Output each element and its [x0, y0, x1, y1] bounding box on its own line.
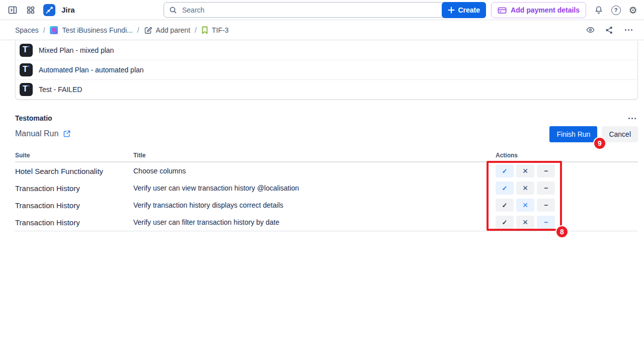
breadcrumb-separator: / [195, 26, 197, 34]
bookmark-icon [201, 26, 208, 34]
breadcrumb: Spaces / Test iBusiness Fundi... / Add p… [0, 20, 644, 40]
breadcrumb-add-parent[interactable]: Add parent [144, 26, 191, 34]
suite-cell: Transaction History [15, 184, 133, 193]
action-skip-button[interactable]: − [537, 182, 555, 195]
more-icon [625, 29, 632, 31]
action-skip-button[interactable]: − [537, 216, 555, 229]
breadcrumb-separator: / [43, 26, 45, 34]
plans-list: T' Mixed Plan - mixed plan T' Automated … [15, 41, 638, 100]
action-skip-button[interactable]: − [537, 164, 555, 177]
title-cell: Choose columns [133, 167, 496, 175]
testomat-icon: T' [20, 44, 33, 57]
list-item[interactable]: T' Mixed Plan - mixed plan [16, 41, 637, 60]
bell-icon [594, 5, 604, 15]
page-more-button[interactable] [621, 23, 636, 38]
action-pass-button[interactable]: ✓ [496, 216, 514, 229]
space-avatar [50, 26, 58, 34]
column-header-title: Title [133, 152, 496, 159]
plan-label: Test - FAILED [39, 85, 82, 94]
testomatio-heading: Testomatio [15, 114, 52, 122]
breadcrumb-separator: / [137, 26, 139, 34]
list-item[interactable]: T' Test - FAILED [16, 79, 637, 99]
breadcrumb-issue[interactable]: TIF-3 [201, 26, 228, 34]
action-pass-button[interactable]: ✓ [496, 199, 514, 212]
plus-icon [448, 7, 455, 14]
actions-cell: ✓×− [496, 182, 638, 195]
table-row: Transaction HistoryVerify user can view … [15, 179, 638, 197]
title-cell: Verify user can view transaction history… [133, 184, 496, 192]
help-button[interactable]: ? [608, 3, 623, 18]
actions-cell: ✓×− [496, 164, 638, 177]
suite-cell: Transaction History [15, 201, 133, 210]
cancel-button[interactable]: Cancel [602, 126, 638, 142]
credit-card-icon [498, 7, 507, 14]
suite-cell: Hotel Search Functionality [15, 167, 133, 175]
action-pass-button[interactable]: ✓ [496, 182, 514, 195]
top-navigation: ↗↗ Jira Create [0, 0, 644, 20]
sidebar-expand-icon [8, 5, 18, 15]
share-button[interactable] [602, 23, 617, 38]
notifications-button[interactable] [591, 3, 606, 18]
breadcrumb-space-name[interactable]: Test iBusiness Fundi... [62, 26, 133, 34]
create-button-label: Create [458, 6, 480, 14]
question-icon: ? [611, 6, 621, 15]
suite-cell: Transaction History [15, 218, 133, 227]
app-title: Jira [61, 6, 75, 14]
plan-label: Automated Plan - automated plan [39, 66, 144, 74]
jira-logo-icon[interactable]: ↗↗ [43, 4, 55, 16]
table-row: Transaction HistoryVerify user can filte… [15, 214, 638, 231]
action-fail-button[interactable]: × [516, 216, 534, 229]
sidebar-toggle-button[interactable] [5, 3, 20, 18]
finish-run-button[interactable]: Finish Run [549, 126, 597, 142]
testomat-icon: T' [20, 83, 33, 96]
table-header: Suite Title Actions [15, 151, 638, 162]
add-parent-label: Add parent [156, 26, 191, 34]
testomat-icon: T' [20, 63, 33, 76]
share-icon [605, 26, 614, 35]
testomatio-more-button[interactable] [626, 116, 638, 121]
gear-icon: ⚙ [628, 6, 637, 15]
plan-label: Mixed Plan - mixed plan [39, 46, 114, 54]
action-pass-button[interactable]: ✓ [496, 164, 514, 177]
test-table: Suite Title Actions Hotel Search Functio… [15, 151, 638, 231]
column-header-actions: Actions [496, 152, 638, 159]
actions-cell: ✓×− [496, 216, 638, 229]
create-button[interactable]: Create [442, 2, 486, 18]
app-grid-icon [26, 6, 35, 15]
action-fail-button[interactable]: × [516, 164, 534, 177]
search-input[interactable] [181, 6, 448, 15]
more-icon [628, 118, 636, 119]
test-rows: Hotel Search FunctionalityChoose columns… [15, 162, 638, 231]
edit-icon [144, 26, 152, 34]
add-payment-details-button[interactable]: Add payment details [491, 2, 586, 18]
action-fail-button[interactable]: × [516, 199, 534, 212]
actions-cell: ✓×− [496, 199, 638, 212]
app-switcher-button[interactable] [23, 3, 38, 18]
settings-button[interactable]: ⚙ [625, 3, 640, 18]
title-cell: Verify user can filter transaction histo… [133, 218, 496, 226]
watch-button[interactable] [583, 23, 598, 38]
global-search[interactable] [164, 2, 454, 18]
title-cell: Verify transaction history displays corr… [133, 201, 496, 209]
list-item[interactable]: T' Automated Plan - automated plan [16, 60, 637, 79]
payment-button-label: Add payment details [511, 6, 580, 14]
table-row: Transaction HistoryVerify transaction hi… [15, 197, 638, 214]
issue-key-label: TIF-3 [212, 26, 228, 34]
column-header-suite: Suite [15, 152, 133, 159]
action-fail-button[interactable]: × [516, 182, 534, 195]
breadcrumb-spaces[interactable]: Spaces [15, 26, 39, 34]
table-row: Hotel Search FunctionalityChoose columns… [15, 162, 638, 179]
search-icon [169, 6, 177, 14]
action-skip-button[interactable]: − [537, 199, 555, 212]
eye-icon [586, 25, 595, 35]
